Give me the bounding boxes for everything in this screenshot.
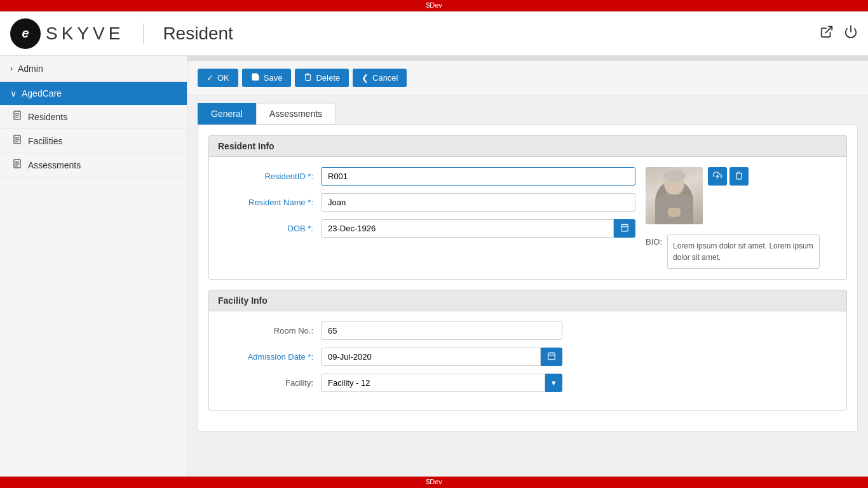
right-panel-inner: BIO: Lorem ipsum dolor sit amet. Lorem i… [646, 167, 836, 269]
scroll-indicator [187, 56, 868, 61]
photo-row [646, 167, 836, 224]
resident-photo [646, 167, 703, 224]
logo-text: SKYVE [46, 24, 124, 44]
sidebar-section-agedcare[interactable]: ∨ AgedCare [0, 82, 187, 105]
resident-id-label: ResidentID *: [219, 172, 321, 181]
toolbar: ✓ OK Save [187, 61, 868, 95]
resident-info-section: Resident Info ResidentID *: Resident Nam… [208, 135, 847, 280]
bottom-dev-bar-label: $Dev [426, 478, 442, 485]
content-area: ✓ OK Save [187, 56, 868, 477]
bio-label: BIO: [646, 234, 662, 247]
bio-area: BIO: Lorem ipsum dolor sit amet. Lorem i… [646, 234, 836, 269]
right-panel: BIO: Lorem ipsum dolor sit amet. Lorem i… [646, 167, 836, 269]
photo-upload-button[interactable] [708, 167, 727, 186]
svg-line-0 [825, 26, 832, 32]
facility-label: Facility: [219, 378, 321, 388]
top-dev-bar: $Dev [0, 0, 868, 11]
resident-name-row: Resident Name *: [219, 193, 635, 212]
dev-bar-label: $Dev [426, 1, 442, 9]
sidebar-item-facilities[interactable]: Facilities [0, 129, 187, 153]
admission-date-label: Admission Date *: [219, 352, 321, 362]
room-no-row: Room No.: [219, 322, 836, 340]
facility-input[interactable] [321, 374, 545, 392]
dob-calendar-button[interactable] [614, 219, 635, 238]
admin-chevron-icon: › [10, 64, 13, 73]
page-title: Resident [143, 24, 233, 44]
facility-info-header: Facility Info [209, 290, 846, 311]
assessments-doc-icon [13, 159, 22, 171]
svg-rect-19 [548, 353, 555, 360]
sidebar-residents-label: Residents [28, 112, 67, 122]
save-disk-icon [251, 72, 260, 83]
resident-id-input[interactable] [321, 167, 635, 186]
header-icons [820, 25, 858, 43]
sidebar-admin[interactable]: › Admin [0, 56, 187, 82]
resident-id-row: ResidentID *: [219, 167, 635, 186]
logo: e SKYVE [10, 18, 124, 49]
agedcare-chevron-icon: ∨ [10, 88, 17, 98]
cancel-back-icon: ❮ [362, 73, 369, 83]
bottom-dev-bar: $Dev [0, 477, 868, 488]
facility-info-content: Room No.: Admission Date *: [209, 311, 846, 410]
admission-date-row: Admission Date *: [219, 348, 836, 366]
resident-name-label: Resident Name *: [219, 198, 321, 207]
room-no-label: Room No.: [219, 326, 321, 336]
admission-calendar-button[interactable] [541, 348, 562, 366]
facilities-doc-icon [13, 135, 22, 147]
sidebar-item-residents[interactable]: Residents [0, 105, 187, 129]
main-layout: › Admin ∨ AgedCare Residents [0, 56, 868, 477]
sidebar: › Admin ∨ AgedCare Residents [0, 56, 187, 477]
sidebar-section-label: AgedCare [22, 88, 62, 98]
dob-input[interactable] [321, 219, 614, 238]
dob-input-wrapper [321, 219, 635, 238]
header: e SKYVE Resident [0, 11, 868, 56]
dob-label: DOB *: [219, 224, 321, 233]
ok-button[interactable]: ✓ OK [198, 69, 238, 87]
tabs: General Assessments [187, 95, 868, 125]
logo-circle: e [10, 18, 41, 49]
sidebar-assessments-label: Assessments [28, 160, 81, 170]
svg-rect-14 [621, 224, 628, 231]
facility-wrapper: ▾ [321, 374, 562, 392]
form-area: Resident Info ResidentID *: Resident Nam… [198, 125, 858, 431]
tab-assessments[interactable]: Assessments [256, 103, 336, 125]
delete-trash-icon [304, 72, 312, 83]
admission-date-input[interactable] [321, 348, 541, 366]
save-button[interactable]: Save [242, 69, 292, 87]
tab-general[interactable]: General [198, 103, 256, 125]
resident-fields: ResidentID *: Resident Name *: DOB *: [219, 167, 635, 269]
dob-row: DOB *: [219, 219, 635, 238]
resident-name-input[interactable] [321, 193, 635, 212]
cancel-button[interactable]: ❮ Cancel [353, 69, 407, 87]
room-no-input[interactable] [321, 322, 562, 340]
ok-check-icon: ✓ [207, 73, 214, 83]
export-button[interactable] [820, 25, 834, 43]
residents-doc-icon [13, 111, 22, 123]
photo-delete-button[interactable] [729, 167, 749, 186]
resident-info-header: Resident Info [209, 136, 846, 157]
resident-info-content: ResidentID *: Resident Name *: DOB *: [209, 157, 846, 279]
sidebar-item-assessments[interactable]: Assessments [0, 153, 187, 177]
sidebar-facilities-label: Facilities [28, 136, 62, 146]
bio-text: Lorem ipsum dolor sit amet. Lorem ipsum … [667, 234, 820, 269]
admission-date-wrapper [321, 348, 562, 366]
power-button[interactable] [844, 25, 858, 43]
facility-dropdown-button[interactable]: ▾ [545, 374, 562, 392]
photo-actions [708, 167, 749, 186]
sidebar-admin-label: Admin [18, 64, 43, 74]
facility-info-section: Facility Info Room No.: Admission Date *… [208, 290, 847, 410]
facility-row: Facility: ▾ [219, 374, 836, 392]
delete-button[interactable]: Delete [295, 69, 349, 87]
